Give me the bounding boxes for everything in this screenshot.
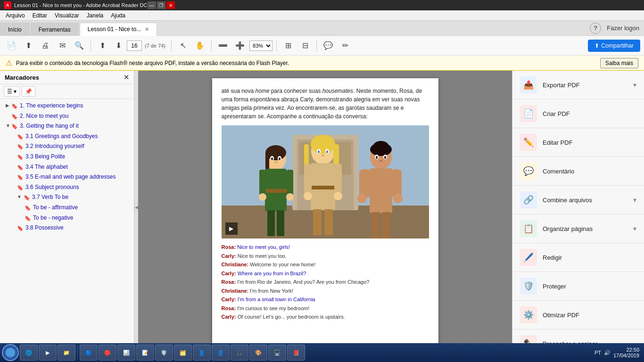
rp-fill-sign[interactable]: ✒️ Preencher e assinar [512,329,644,343]
taskbar-photo2[interactable]: 👤 [212,345,230,361]
bookmark-item-2[interactable]: 🔖 2. Nice to meet you [0,111,134,122]
bookmark-icon-3-1: 🔖 [17,133,24,140]
menu-ajuda[interactable]: Ajuda [107,11,129,20]
upload-button[interactable]: ⬆ [21,38,36,53]
menu-editar[interactable]: Editar [29,11,51,20]
titlebar-text: Lesson 01 - Nice to meet you - Adobe Acr… [14,2,148,8]
email-button[interactable]: ✉ [55,38,70,53]
taskbar-chrome[interactable]: 🔵 [80,345,98,361]
taskbar-security[interactable]: 🛡️ [155,345,173,361]
new-file-button[interactable]: 📄 [4,38,19,53]
start-button[interactable] [2,344,19,361]
pdf-scroll[interactable]: até sua nova home para conhecer suas hou… [138,71,512,343]
pen-tool-button[interactable]: ✏ [338,38,353,53]
sidebar-tools: ☰ ▾ 📌 [0,84,134,99]
panel-splitter[interactable] [134,71,138,343]
select-tool-button[interactable]: ↖ [175,38,190,53]
sidebar-expand-button[interactable]: 📌 [22,86,35,97]
toolbar-separator-4 [276,40,277,51]
dialog-line-9: Carly: Of course! Let's go... your bedro… [222,313,429,321]
saiba-mais-button[interactable]: Saiba mais [600,58,638,68]
speech-carly-3: I'm from a small town in California [238,296,315,302]
edit-pdf-icon: ✏️ [520,134,537,151]
bookmark-item-3-5[interactable]: 🔖 3.5 E-mail and web page addresses [0,172,134,182]
redact-icon: 🖊️ [520,249,537,266]
comment-tool-button[interactable]: 💬 [321,38,336,53]
fill-sign-icon: ✒️ [520,335,537,343]
taskbar-support[interactable]: 🎧 [231,345,248,361]
bookmark-icon-3-5: 🔖 [17,174,24,181]
dialog-line-7: Carly: I'm from a small town in Californ… [222,296,429,304]
bookmark-toggle-3-7[interactable]: ▼ [17,194,22,200]
tab-close-icon[interactable]: ✕ [145,26,149,33]
bookmark-item-tobe-aff[interactable]: 🔖 To be - affirmative [0,203,134,213]
rp-create-pdf[interactable]: 📄 Criar PDF [512,99,644,128]
zoom-select[interactable]: 83% [249,41,272,51]
rp-protect[interactable]: 🛡️ Proteger [512,272,644,301]
prev-page-button[interactable]: ⬆ [95,38,110,53]
bookmark-item-3-4[interactable]: 🔖 3.4 The alphabet [0,162,134,173]
close-button[interactable]: ✕ [166,1,175,9]
tab-inicio[interactable]: Início [0,23,30,36]
bookmark-item-3-3[interactable]: 🔖 3.3 Being Polite [0,152,134,162]
taskbar-powerpoint[interactable]: 📊 [117,345,135,361]
bookmark-item-3-2[interactable]: 🔖 3.2 Introducing yourself [0,141,134,152]
bookmark-item-1[interactable]: ▶ 🔖 1. The experience begins [0,101,134,111]
sidebar-close-icon[interactable]: ✕ [124,74,129,81]
fit-button[interactable]: ⊞ [281,38,296,53]
hand-tool-button[interactable]: ✋ [192,38,207,53]
next-page-button[interactable]: ⬇ [111,38,126,53]
help-button[interactable]: ? [590,23,601,34]
taskbar-opera[interactable]: 🔴 [99,345,116,361]
bookmark-item-3-6[interactable]: 🔖 3.6 Subject pronouns [0,182,134,193]
bookmark-toggle-3[interactable]: ▼ [6,123,10,129]
rp-combine[interactable]: 🔗 Combine arquivos ▾ [512,186,644,214]
minimize-button[interactable]: — [148,1,156,9]
tab-lesson[interactable]: Lesson 01 - Nice to... ✕ [80,23,157,36]
taskbar-ie[interactable]: 🌐 [20,345,38,361]
rp-organize[interactable]: 📋 Organizar páginas ▾ [512,214,644,243]
menu-visualizar[interactable]: Visualizar [51,11,83,20]
page-number-input[interactable]: 16 [127,41,142,51]
bookmark-item-3-1[interactable]: 🔖 3.1 Greetings and Goodbyes [0,132,134,142]
export-button[interactable]: ⊟ [297,38,313,53]
menu-janela[interactable]: Janela [83,11,107,20]
taskbar-media[interactable]: ▶ [39,345,57,361]
bookmark-label-3: 3. Getting the hang of it [20,123,79,130]
bookmark-toggle-1[interactable]: ▶ [6,102,10,108]
taskbar-desktop[interactable]: 🖥️ [268,345,286,361]
svg-rect-16 [259,170,266,196]
taskbar-photo1[interactable]: 👤 [193,345,211,361]
bookmark-icon-3-4: 🔖 [17,164,24,171]
comment-icon: 💬 [520,163,537,180]
speaker-rosa-1: Rosa: [222,244,236,250]
zoom-out-button[interactable]: ➖ [215,38,231,53]
maximize-button[interactable]: ❐ [157,1,165,9]
taskbar-paint[interactable]: 🎨 [249,345,267,361]
rp-export-pdf[interactable]: 📤 Exportar PDF ▾ [512,71,644,99]
taskbar-files[interactable]: 🗂️ [174,345,192,361]
play-button[interactable]: ▶ [225,222,238,235]
rp-optimize[interactable]: ⚙️ Otimizar PDF [512,301,644,329]
taskbar-word[interactable]: 📝 [136,345,154,361]
rp-comment[interactable]: 💬 Comentário [512,157,644,186]
rp-edit-pdf[interactable]: ✏️ Editar PDF [512,128,644,157]
bookmark-item-tobe-neg[interactable]: 🔖 To be - negative [0,213,134,223]
share-button[interactable]: ⬆ Compartilhar [588,40,640,52]
zoom-in-button[interactable]: ➕ [232,38,248,53]
taskbar-acrobat[interactable]: 📕 [287,345,305,361]
bookmark-item-3-8[interactable]: 🔖 3.8 Possessive [0,223,134,233]
rp-redact[interactable]: 🖊️ Redigir [512,243,644,272]
security-icon: 🛡️ [159,348,169,357]
bookmark-item-3-7[interactable]: ▼ 🔖 3.7 Verb To be [0,192,134,203]
sidebar-menu-button[interactable]: ☰ ▾ [4,86,20,97]
menu-arquivo[interactable]: Arquivo [2,11,29,20]
print-button[interactable]: 🖨 [38,38,53,53]
search-button[interactable]: 🔍 [72,38,87,53]
svg-point-51 [393,194,403,203]
bookmark-item-3[interactable]: ▼ 🔖 3. Getting the hang of it [0,121,134,132]
taskbar-explorer[interactable]: 📁 [58,345,75,361]
logon-button[interactable]: Fazer logon [607,25,639,32]
speech-christiane-2: I'm from New York! [250,288,293,294]
tab-ferramentas[interactable]: Ferramentas [31,23,79,36]
